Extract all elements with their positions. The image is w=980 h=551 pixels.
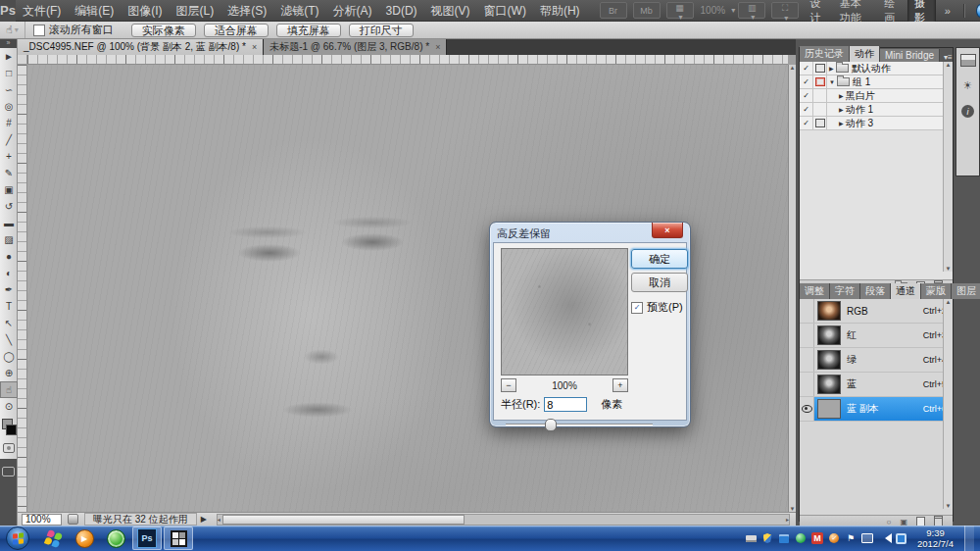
tab-actions[interactable]: 动作 <box>850 46 880 62</box>
menu-view[interactable]: 视图(V) <box>424 0 477 22</box>
expand-icon[interactable]: ▶ <box>829 65 834 72</box>
actual-pixels-button[interactable]: 实际像素 <box>131 24 196 37</box>
visibility-toggle[interactable] <box>800 348 814 372</box>
action-enabled-checkbox[interactable]: ✓ <box>800 89 813 102</box>
screen-mode-icon[interactable]: ⛶▾ <box>771 2 799 19</box>
background-color-swatch[interactable] <box>6 425 17 435</box>
view-extras-icon[interactable]: ▦▾ <box>666 2 694 19</box>
scroll-down-icon[interactable]: ▼ <box>946 503 952 509</box>
adjustments-panel-icon[interactable]: ☀ <box>959 77 976 94</box>
cancel-button[interactable]: 取消 <box>631 273 688 292</box>
tab-mini-bridge[interactable]: Mini Bridge <box>880 49 940 62</box>
color-swatches[interactable] <box>0 418 17 439</box>
keyboard-tray-icon[interactable] <box>745 532 757 544</box>
action-enabled-checkbox[interactable]: ✓ <box>800 75 813 88</box>
fit-screen-button[interactable]: 适合屏幕 <box>204 24 269 37</box>
show-desktop-button[interactable] <box>964 526 974 551</box>
visibility-toggle[interactable] <box>800 324 814 347</box>
fill-screen-button[interactable]: 填充屏幕 <box>276 24 341 37</box>
filter-preview-thumbnail[interactable] <box>501 248 628 376</box>
action-row-action3[interactable]: ✓ ▶ 动作 3 <box>800 117 953 130</box>
document-tab-active[interactable]: _DSC4995.NEF @ 100% (背景 副本 2, 蓝 副本/8) * … <box>18 39 264 55</box>
taskbar-app-photoshop[interactable]: Ps <box>132 526 162 550</box>
screen-mode-toggle-icon[interactable] <box>2 467 15 476</box>
ok-button[interactable]: 确定 <box>631 249 688 269</box>
tool-move[interactable]: ► <box>0 48 18 65</box>
scroll-down-icon[interactable]: ▼ <box>946 266 952 272</box>
action-modal-toggle[interactable] <box>813 117 827 129</box>
horizontal-scrollbar[interactable]: ◂ ▸ <box>217 514 790 526</box>
menu-window[interactable]: 窗口(W) <box>477 0 533 22</box>
scrollbar-thumb[interactable] <box>222 515 465 525</box>
visibility-toggle[interactable] <box>800 299 814 323</box>
menu-image[interactable]: 图像(I) <box>121 0 169 22</box>
print-size-button[interactable]: 打印尺寸 <box>349 24 414 37</box>
tool-blur[interactable]: ● <box>0 248 18 265</box>
zoom-out-button[interactable]: − <box>501 378 516 392</box>
slider-thumb[interactable] <box>545 419 557 431</box>
channel-row-rgb[interactable]: RGB Ctrl+2 <box>800 299 953 324</box>
scroll-right-icon[interactable]: ▸ <box>786 516 789 523</box>
tool-pen[interactable]: ✒ <box>0 281 18 298</box>
tool-lasso[interactable]: ∽ <box>0 81 18 98</box>
tool-zoom[interactable]: ⊙ <box>0 398 18 415</box>
start-button[interactable] <box>6 526 29 550</box>
collapse-icon[interactable]: ▼ <box>829 79 835 85</box>
visibility-toggle[interactable] <box>800 373 814 396</box>
volume-icon[interactable] <box>878 532 890 544</box>
scroll-up-icon[interactable]: ▲ <box>946 299 952 305</box>
tool-dodge[interactable]: ◐ <box>0 265 18 281</box>
action-enabled-checkbox[interactable]: ✓ <box>800 103 813 116</box>
menu-file[interactable]: 文件(F) <box>16 0 68 22</box>
menu-layer[interactable]: 图层(L) <box>170 0 221 22</box>
action-row-blackwhite[interactable]: ✓ ▶ 黑白片 <box>800 89 953 103</box>
hand-tool-preset[interactable]: ☝ ▾ <box>0 22 25 38</box>
taskbar-app-browser[interactable] <box>101 526 130 550</box>
status-flyout-icon[interactable]: ▶ <box>201 515 207 524</box>
panel-scrollbar[interactable]: ▲ ▼ <box>943 62 953 272</box>
ime-language-icon[interactable] <box>895 532 906 544</box>
menu-analysis[interactable]: 分析(A) <box>326 0 379 22</box>
channel-row-blue[interactable]: 蓝 Ctrl+5 <box>800 373 953 397</box>
panel-scrollbar[interactable]: ▲ ▼ <box>943 299 953 509</box>
menu-3d[interactable]: 3D(D) <box>379 0 424 22</box>
tab-history[interactable]: 历史记录 <box>800 46 850 62</box>
action-row-group1[interactable]: ✓ ▼ 组 1 <box>800 75 953 89</box>
info-panel-icon[interactable]: i <box>959 103 976 120</box>
action-modal-toggle[interactable] <box>813 103 827 116</box>
tool-eyedropper[interactable]: ╱ <box>0 131 18 148</box>
menu-select[interactable]: 选择(S) <box>220 0 273 22</box>
globe-tray-icon[interactable] <box>795 532 807 544</box>
tool-clone-stamp[interactable]: ▣ <box>0 181 18 198</box>
taskbar-app-grid[interactable] <box>164 526 193 550</box>
bridge-icon[interactable]: Br <box>600 2 627 19</box>
tool-type[interactable]: T <box>0 298 18 315</box>
expand-icon[interactable]: ▶ <box>839 106 844 113</box>
scroll-up-icon[interactable]: ▲ <box>790 65 796 71</box>
tab-close-icon[interactable]: × <box>435 42 440 52</box>
tool-history-brush[interactable]: ↺ <box>0 198 18 215</box>
channel-row-green[interactable]: 绿 Ctrl+4 <box>800 348 953 373</box>
action-modal-toggle[interactable] <box>813 75 827 88</box>
tool-hand[interactable]: ☝ <box>0 381 18 398</box>
tool-3d-rotate[interactable]: ◯ <box>0 348 18 365</box>
mail-tray-icon[interactable]: M <box>811 532 823 544</box>
expand-icon[interactable]: ▶ <box>839 92 844 99</box>
action-enabled-checkbox[interactable]: ✓ <box>800 117 813 129</box>
tab-masks[interactable]: 蒙版 <box>921 283 952 299</box>
panel-menu-icon[interactable]: ▾≡ <box>940 53 956 62</box>
action-modal-toggle[interactable] <box>813 62 827 75</box>
dialog-close-icon[interactable]: × <box>652 223 683 238</box>
tool-shape[interactable]: ╲ <box>0 331 18 348</box>
vertical-scrollbar[interactable]: ▲ ▼ <box>788 65 796 512</box>
arrange-documents-icon[interactable]: ▥▾ <box>738 2 765 19</box>
menu-help[interactable]: 帮助(H) <box>533 0 587 22</box>
scroll-left-icon[interactable]: ◂ <box>218 516 220 523</box>
tab-paragraph[interactable]: 段落 <box>860 283 891 299</box>
taskbar-app-media[interactable]: ▶ <box>70 526 99 550</box>
zoom-percentage-field[interactable]: 100% <box>22 514 62 526</box>
navigator-panel-icon[interactable] <box>959 52 976 69</box>
cs-live-button[interactable]: CS Live ▾ <box>976 0 980 23</box>
tool-quick-selection[interactable]: ◎ <box>0 98 18 115</box>
mini-bridge-icon[interactable]: Mb <box>633 2 661 19</box>
